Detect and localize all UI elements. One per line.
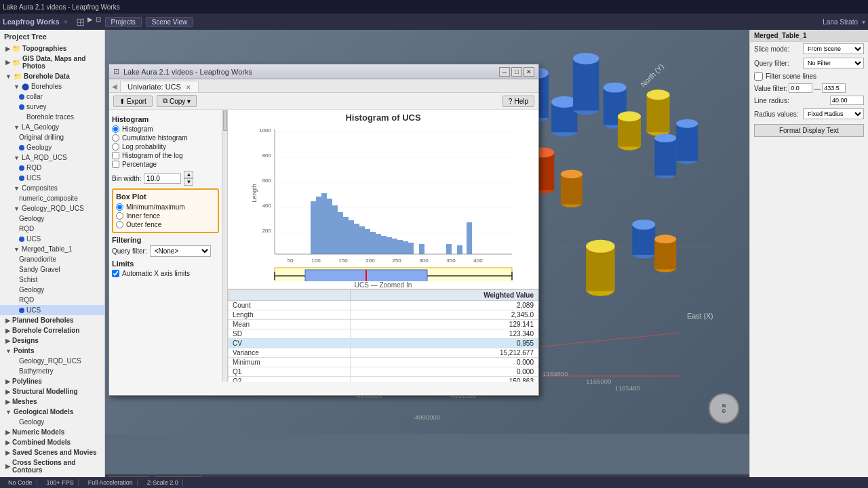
slice-mode-select[interactable]: From Scene — [803, 43, 864, 54]
boxplot-option-inner[interactable]: Inner fence — [116, 211, 215, 220]
acceleration-status: Full Acceleration — [84, 479, 138, 486]
sidebar-item-borehole-correlation[interactable]: ▶ Borehole Correlation — [0, 325, 104, 336]
stats-panel: Weighted Value Count2,089Length2,345.0Me… — [228, 289, 538, 382]
dialog-close-btn[interactable]: ✕ — [524, 67, 534, 77]
sidebar-item-geology-rqd-ucs[interactable]: ▼ Geology_RQD_UCS — [0, 203, 104, 214]
sidebar-item-composites[interactable]: ▼ Composites — [0, 183, 104, 193]
bin-width-input[interactable] — [144, 174, 181, 184]
svg-rect-38 — [586, 246, 615, 291]
auto-x-axis-option[interactable]: Automatic X axis limits — [112, 269, 219, 278]
help-btn[interactable]: ? Help — [502, 96, 534, 107]
value-filter-max[interactable] — [822, 83, 846, 93]
sidebar-item-geology3[interactable]: Geology — [0, 285, 104, 295]
filter-scene-checkbox[interactable] — [754, 72, 763, 81]
sidebar-item-polylines[interactable]: ▶ Polylines — [0, 376, 104, 386]
svg-text:East (X): East (X) — [687, 312, 713, 320]
dialog-maximize-btn[interactable]: □ — [511, 67, 522, 77]
dialog-titlebar: ⊡ Lake Aura 2.1 videos - Leapfrog Works … — [109, 64, 538, 79]
radius-values-row: Radius values: Fixed Radius — [750, 107, 868, 121]
svg-rect-68 — [311, 201, 316, 254]
svg-rect-69 — [316, 197, 321, 254]
sidebar-item-geological-models[interactable]: ▼ Geological Models — [0, 407, 104, 417]
sidebar-item-gis[interactable]: ▶ 📁 GIS Data, Maps and Photos — [0, 54, 104, 71]
sidebar-item-la-geology[interactable]: ▼ LA_Geology — [0, 122, 104, 132]
sidebar-item-planned-boreholes[interactable]: ▶ Planned Boreholes — [0, 315, 104, 325]
filter-scene-row[interactable]: Filter scene lines — [750, 70, 868, 82]
right-sidebar: Merged_Table_1 Slice mode: From Scene Qu… — [749, 30, 868, 488]
boxplot-option-outer[interactable]: Outer fence — [116, 220, 215, 229]
sidebar-item-geology1[interactable]: Geology — [0, 142, 104, 152]
stat-value: 0.955 — [350, 339, 538, 348]
sidebar-item-designs[interactable]: ▶ Designs — [0, 336, 104, 346]
copy-btn[interactable]: ⧉ Copy ▾ — [157, 95, 197, 107]
sidebar-item-original-drilling[interactable]: Original drilling — [0, 132, 104, 142]
svg-text:1165400: 1165400 — [615, 384, 640, 392]
taskbar: Lake Aura 2.1 videos - Leapfrog Works — [0, 0, 868, 14]
sidebar-item-sandy-gravel[interactable]: Sandy Gravel — [0, 264, 104, 274]
sidebar-item-geology2[interactable]: Geology — [0, 214, 104, 224]
tab-close-btn[interactable]: ✕ — [186, 84, 191, 91]
sidebar-item-la-rqd-ucs[interactable]: ▼ LA_RQD_UCS — [0, 152, 104, 163]
percentage-option[interactable]: Percentage — [112, 160, 219, 169]
projects-btn[interactable]: Projects — [105, 17, 142, 27]
sidebar-item-granodiorite[interactable]: Granodiorite — [0, 254, 104, 264]
svg-point-30 — [561, 169, 583, 178]
sidebar-item-schist[interactable]: Schist — [0, 274, 104, 285]
histogram-option-log-prob[interactable]: Log probability — [112, 142, 219, 151]
sidebar-item-numeric-models[interactable]: ▶ Numeric Models — [0, 427, 104, 437]
histogram-option-log[interactable]: Histogram of the log — [112, 151, 219, 160]
dialog-tabs: ◀ Univariate: UCS ✕ — [109, 79, 538, 93]
svg-rect-86 — [408, 243, 414, 254]
line-radius-row: Line radius: — [750, 94, 868, 107]
query-filter-select-right[interactable]: No Filter — [803, 58, 864, 68]
sidebar-item-combined-models[interactable]: ▶ Combined Models — [0, 437, 104, 447]
histogram-option-histogram[interactable]: Histogram — [112, 125, 219, 134]
sidebar-item-ucs1[interactable]: UCS — [0, 173, 104, 183]
tab-nav-left[interactable]: ◀ — [112, 83, 119, 90]
dialog-minimize-btn[interactable]: ─ — [499, 67, 510, 77]
table-row: Count2,089 — [229, 301, 538, 310]
sidebar-item-geology4[interactable]: Geology — [0, 417, 104, 427]
svg-rect-81 — [381, 236, 387, 254]
radius-values-select[interactable]: Fixed Radius — [803, 108, 864, 119]
scene-view-btn[interactable]: Scene View — [146, 17, 194, 27]
bin-width-up[interactable]: ▲ — [184, 171, 193, 178]
sidebar-item-topographies[interactable]: ▶ 📁 Topographies — [0, 43, 104, 54]
histogram-option-cumulative[interactable]: Cumulative histogram — [112, 134, 219, 142]
svg-point-15 — [573, 53, 599, 64]
sidebar-item-survey[interactable]: survey — [0, 102, 104, 112]
boxplot-section: Box Plot Minimum/maximum Inner fence — [112, 188, 219, 233]
table-row: Minimum0.000 — [229, 358, 538, 367]
query-filter-select[interactable]: <None> — [150, 245, 211, 257]
sidebar-item-numeric-composite[interactable]: numeric_composite — [0, 193, 104, 203]
sidebar-item-rqd2[interactable]: RQD — [0, 224, 104, 234]
table-row: Q10.000 — [229, 367, 538, 377]
slice-mode-row: Slice mode: From Scene — [750, 42, 868, 56]
sidebar-item-ucs2[interactable]: UCS — [0, 234, 104, 244]
sidebar-item-ucs3[interactable]: UCS — [0, 305, 104, 315]
bin-width-down[interactable]: ▼ — [184, 178, 193, 186]
sidebar-item-boreholes[interactable]: ▼ ⬤ Boreholes — [0, 81, 104, 92]
sidebar-item-points[interactable]: ▼ Points — [0, 346, 104, 356]
sidebar-item-structural[interactable]: ▶ Structural Modelling — [0, 386, 104, 396]
line-radius-input[interactable] — [830, 96, 864, 105]
sidebar-item-geology-rqd-ucs2[interactable]: Geology_RQD_UCS — [0, 356, 104, 366]
univariate-tab[interactable]: Univariate: UCS ✕ — [120, 81, 199, 92]
stat-label: Count — [229, 301, 351, 310]
sidebar-item-saved-scenes[interactable]: ▶ Saved Scenes and Movies — [0, 447, 104, 458]
sidebar-item-cross-sections[interactable]: ▶ Cross Sections and Contours — [0, 458, 104, 475]
sidebar-item-rqd3[interactable]: RQD — [0, 295, 104, 305]
sidebar-item-merged-table[interactable]: ▼ Merged_Table_1 — [0, 244, 104, 254]
sidebar-item-rqd1[interactable]: RQD — [0, 163, 104, 173]
format-display-btn[interactable]: Format Display Text — [754, 124, 864, 137]
value-filter-min[interactable] — [789, 83, 812, 93]
sidebar-item-meshes[interactable]: ▶ Meshes — [0, 396, 104, 407]
sidebar-item-bathymetry[interactable]: Bathymetry — [0, 366, 104, 376]
export-btn[interactable]: ⬆ Export — [113, 96, 153, 107]
sidebar-item-collar[interactable]: collar — [0, 92, 104, 102]
sidebar-item-borehole-data[interactable]: ▼ 📁 Borehole Data — [0, 71, 104, 81]
sidebar-item-borehole-traces[interactable]: Borehole traces — [0, 112, 104, 122]
project-tree-header[interactable]: Project Tree — [0, 30, 104, 43]
chart-title: Histogram of UCS — [233, 113, 533, 123]
boxplot-option-minmax[interactable]: Minimum/maximum — [116, 203, 215, 211]
